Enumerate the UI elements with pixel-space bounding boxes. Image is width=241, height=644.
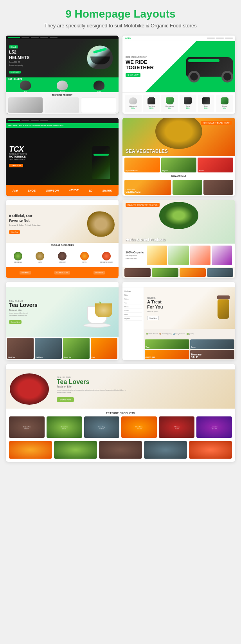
feat-2: 📦 Free Shipping [159,333,171,335]
layout1-badge: SALE [9,45,18,48]
layout9-products: FEATURE PRODUCTS Ceylon Tea $12.99 Green… [6,409,235,441]
helmet-visor [90,57,110,65]
layout5-title: It Official, OurFavorite Nut [9,214,41,223]
layout-9[interactable]: TEA BLEND Tea Lovers Taste of Life Lorem… [6,364,235,462]
nav-logo [8,37,20,38]
boot-stripe [94,154,109,156]
boots-product-icon [184,97,192,104]
layout9-desc: Lorem ipsum dolor sit amet consectetur a… [57,389,127,394]
layout1-banner: GET HELMETS [6,77,119,81]
mini-helmet-1 [20,81,31,90]
layout7-grid: Black Tea Earl Grey Green Tea Chai [6,337,119,360]
l9-product-6: Lavender $10.99 [196,416,232,438]
mini-helmet-2 [57,81,68,90]
helmet-shape [87,46,113,69]
l9-second-2 [54,441,97,459]
spice-jar-img [216,296,231,321]
bike-wheel-back [188,71,200,83]
helmet-product-icon [129,97,137,104]
layout8-btn[interactable]: Shop Now [147,316,159,320]
food-label-2: Organic [162,170,168,172]
layout-3[interactable]: RIDE · SHOP LAYOUT · ALL COLLECTIONS · P… [6,118,119,196]
layout1-btn[interactable]: SHOP NOW [9,71,21,74]
layout5-btn[interactable]: Shop Now [9,230,20,234]
l8-teaware: TeawareSALE [191,353,202,359]
layout3-nav [6,118,119,123]
l9-product-5: Hibiscus $8.99 [159,416,194,438]
layout2-hero: RIDE AND LIVE TODAY WE RIDETOGETHER SHOP… [122,41,235,92]
cup-plate [83,323,111,328]
layout9-hero: TEA BLEND Tea Lovers Taste of Life Lorem… [6,370,235,409]
shoes-product-icon [202,97,210,104]
layout-7[interactable]: TEA BLEND Tea Lovers Taste of Life Lorem… [6,282,119,360]
l6-bottom-4 [207,268,233,277]
cat-icon-5 [102,252,111,260]
layout-1[interactable]: SALE L52HELMETS From $99.00 Premium qual… [6,36,119,114]
layout3-nav3 [40,120,48,121]
nav2-item2 [216,38,224,39]
tea-cup-img [81,296,113,328]
nav2-item3 [225,38,233,39]
layout6-title: Herbs & Dried Products [126,238,165,242]
layout6-hero: HEALTHY BREAKFAST RECIPES Herbs & Dried … [122,200,235,244]
jar-body [218,300,229,319]
l8-card-1: Tea [145,339,189,349]
l9-product-1: Ceylon Tea $12.99 [9,416,45,438]
cat-label-2: NUTS [38,261,42,263]
layout1-hero: SALE L52HELMETS From $99.00 Premium qual… [6,39,119,77]
layout6-text-desc: Natural products [126,255,144,257]
layout9-btn[interactable]: Browse Now [57,397,74,402]
layout-5[interactable]: It Official, OurFavorite Nut Roasted & S… [6,200,119,278]
helmet-price: $89+ [131,107,135,109]
layout-4[interactable]: FOR HEALTHY BENEFITS OF SEA VEGETABLES V… [122,118,235,196]
bottom-badge-1: ORGANIC [20,271,31,274]
tea-thumb-label-1: Black Tea [8,356,15,358]
layout6-bottom-row [122,267,235,278]
cat-label-5: CASHEW SUGAR [100,261,113,263]
layout-2[interactable]: MOTO RIDE AND LIVE TODAY WE RIDETOGETHER… [122,36,235,114]
sidebar-item-l8-1: Cashews [124,289,142,293]
product-card-shoes: Boots $150+ [198,95,215,112]
l9-price-4: $13.99 [137,428,142,430]
food-label-3: Spices [199,170,204,172]
l6-product-1 [147,246,167,265]
layout3-btn[interactable]: LEARN MORE [9,164,23,167]
layout2-btn[interactable]: SHOP NOW [126,73,140,77]
food-card-2: Organic [161,158,197,172]
layout5-nav [6,200,119,205]
layout6-text-desc2: Fresh from farm [126,257,144,259]
bottom-badge-3: PREMIUM [94,271,105,274]
l9-second-1 [9,441,52,459]
product-cell-3: Shark [82,81,116,92]
l6-bottom-3 [180,268,206,277]
feat-3: 🔄 Easy Returns [173,333,185,335]
jacket-product-icon [147,97,155,104]
l9-product-4: Chai Blend $13.99 [121,416,157,438]
bike-container [184,49,235,84]
food-card-3: Spices [198,158,233,172]
new-arrivals-label: NEW ARRIVALS [122,174,235,178]
popular-categories-label: POPULAR CATEGORIES [6,243,119,248]
layout7-nav [6,282,119,287]
glove-price: $55+ [168,107,171,109]
walnut-img [87,212,115,237]
product-card-helmet: Waterproof $89+ [125,95,142,112]
l9-price-1: $12.99 [24,428,29,430]
layout8-desc: Premium spices [147,310,163,312]
feat-4: ✅ Quality [187,333,194,335]
layout8-hero: naliea A TreatFor You Premium spices Sho… [144,287,235,329]
l9-second-3 [99,441,142,459]
layout6-text-title: 100% Organic [126,251,144,254]
category-cashew2: CASHEW [52,252,72,263]
layout1-products: Arai AIROH Shark [6,81,119,92]
bottom-badge-2: CASHEW NUTS [54,271,70,274]
layout2-text: RIDE AND LIVE TODAY WE RIDETOGETHER SHOP… [126,56,154,78]
sidebar-item-l8-3: Spices [124,297,142,301]
layout3-text: TCX FOCUS ON BOOTS MOTORBIKE LEATHER SHO… [9,145,27,168]
nuts-bowl-img [155,118,202,149]
layout7-btn[interactable]: Browse Now [9,320,22,324]
layout-6[interactable]: HEALTHY BREAKFAST RECIPES Herbs & Dried … [122,200,235,278]
cup-liquid [95,303,112,317]
layout-8[interactable]: Cashews Nuts Spices Tea Herbs Seeds Drie… [122,282,235,360]
layout9-nav [6,364,235,370]
